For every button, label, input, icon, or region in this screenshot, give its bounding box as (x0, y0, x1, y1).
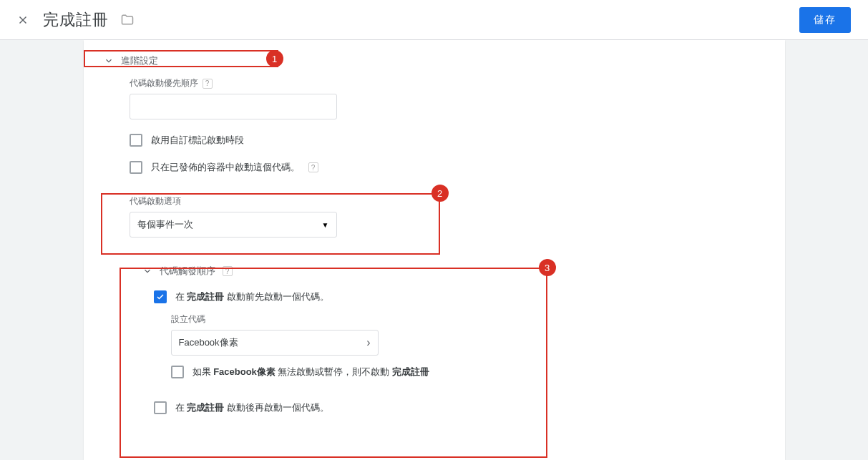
annotation-badge-1: 1 (266, 50, 283, 67)
priority-field-group: 代碼啟動優先順序 ? (104, 77, 765, 119)
content-area: 進階設定 代碼啟動優先順序 ? 啟用自訂標記啟動時段 只在已發佈的容器中啟動這個… (0, 40, 868, 460)
fire-before-label: 在 完成註冊 啟動前先啟動一個代碼。 (175, 290, 329, 303)
setup-tag-label: 設立代碼 (171, 313, 765, 326)
fire-after-label: 在 完成註冊 啟動後再啟動一個代碼。 (175, 401, 329, 414)
folder-button[interactable] (120, 13, 135, 27)
chevron-right-icon: › (366, 336, 370, 349)
fire-before-row: 在 完成註冊 啟動前先啟動一個代碼。 (104, 290, 765, 303)
setup-tag-group: 設立代碼 Facebook像素 › (104, 313, 765, 356)
sequencing-label: 代碼觸發順序 (160, 265, 215, 278)
chevron-down-icon (104, 56, 114, 66)
firing-options-select[interactable]: 每個事件一次 ▼ (130, 212, 337, 238)
annotation-badge-3: 3 (539, 259, 556, 276)
published-only-checkbox[interactable] (130, 161, 142, 174)
fire-after-checkbox[interactable] (154, 401, 167, 414)
dont-fire-label: 如果 Facebook像素 無法啟動或暫停，則不啟動 完成註冊 (192, 366, 430, 378)
chevron-down-icon (142, 266, 152, 276)
setup-tag-value: Facebook像素 (179, 336, 238, 349)
priority-label: 代碼啟動優先順序 ? (130, 77, 765, 89)
folder-icon (120, 13, 135, 27)
caret-down-icon: ▼ (322, 221, 329, 229)
fire-after-row: 在 完成註冊 啟動後再啟動一個代碼。 (104, 401, 765, 414)
close-icon (16, 14, 29, 26)
fire-before-checkbox[interactable] (154, 290, 167, 303)
dont-fire-row: 如果 Facebook像素 無法啟動或暫停，則不啟動 完成註冊 (104, 366, 765, 378)
custom-schedule-label: 啟用自訂標記啟動時段 (151, 134, 244, 147)
firing-options-value: 每個事件一次 (137, 218, 193, 231)
dont-fire-checkbox[interactable] (171, 366, 184, 378)
page-title: 完成註冊 (43, 9, 109, 31)
sequencing-header[interactable]: 代碼觸發順序 ? (104, 265, 765, 278)
annotation-badge-2: 2 (431, 185, 449, 202)
firing-options-group: 代碼啟動選項 每個事件一次 ▼ (104, 195, 765, 238)
help-icon[interactable]: ? (223, 266, 233, 276)
help-icon[interactable]: ? (308, 162, 318, 172)
custom-schedule-checkbox[interactable] (130, 134, 142, 147)
custom-schedule-row: 啟用自訂標記啟動時段 (104, 134, 765, 147)
setup-tag-select[interactable]: Facebook像素 › (171, 330, 379, 356)
save-button[interactable]: 儲存 (799, 7, 851, 33)
main-panel: 進階設定 代碼啟動優先順序 ? 啟用自訂標記啟動時段 只在已發佈的容器中啟動這個… (84, 40, 785, 460)
published-only-row: 只在已發佈的容器中啟動這個代碼。 ? (104, 161, 765, 174)
advanced-settings-label: 進階設定 (121, 54, 158, 67)
advanced-settings-header[interactable]: 進階設定 (104, 54, 765, 67)
page-header: 完成註冊 儲存 (0, 0, 868, 40)
priority-input[interactable] (130, 94, 337, 119)
help-icon[interactable]: ? (203, 79, 213, 89)
published-only-label: 只在已發佈的容器中啟動這個代碼。 (151, 161, 300, 174)
close-button[interactable] (9, 6, 37, 34)
